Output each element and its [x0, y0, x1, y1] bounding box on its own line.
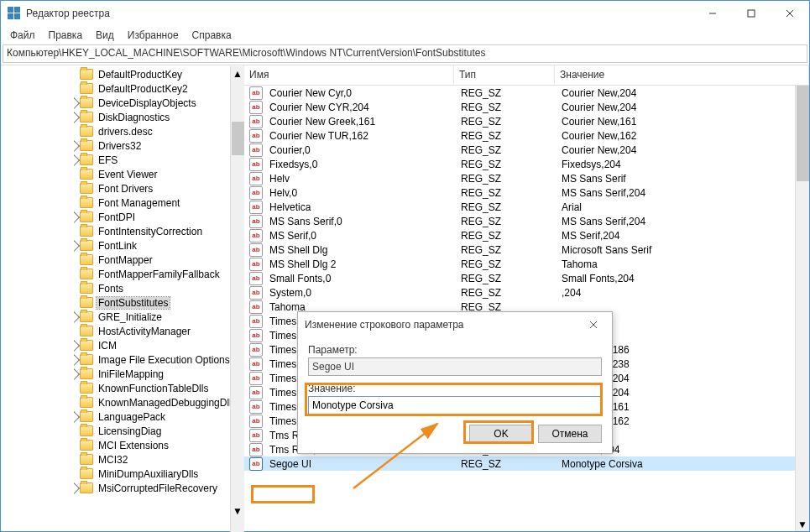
col-value[interactable]: Значение	[555, 65, 809, 85]
scroll-up-icon[interactable]: ▲	[231, 66, 244, 81]
folder-icon	[80, 183, 93, 194]
tree-item[interactable]: DeviceDisplayObjects	[1, 96, 243, 110]
menu-файл[interactable]: Файл	[4, 28, 41, 43]
menu-справка[interactable]: Справка	[186, 28, 238, 43]
edit-string-dialog: Изменение строкового параметра Параметр:…	[297, 311, 613, 454]
tree-item[interactable]: GRE_Initialize	[1, 310, 243, 324]
folder-icon	[80, 97, 93, 108]
list-row[interactable]: abMS Serif,0REG_SZMS Serif,204	[244, 228, 809, 243]
tree-item[interactable]: DiskDiagnostics	[1, 110, 243, 124]
cell-type: REG_SZ	[456, 102, 557, 113]
tree-item[interactable]: FontMapper	[1, 253, 243, 267]
folder-icon	[80, 383, 93, 394]
tree-label: KnownFunctionTableDlls	[97, 383, 210, 394]
string-value-icon: ab	[249, 300, 263, 314]
cell-value: Fixedsys,204	[557, 159, 809, 170]
maximize-button[interactable]	[732, 1, 771, 26]
list-row[interactable]: abCourier New Cyr,0REG_SZCourier New,204	[244, 86, 809, 100]
tree-item[interactable]: Image File Execution Options	[1, 352, 243, 367]
menu-избранное[interactable]: Избранное	[122, 28, 185, 43]
tree-item[interactable]: ICM	[1, 338, 243, 352]
ok-button[interactable]: OK	[469, 425, 533, 443]
tree-item[interactable]: MCI Extensions	[1, 438, 243, 452]
tree-label: HostActivityManager	[97, 326, 192, 337]
tree-scrollbar[interactable]: ▲ ▼	[230, 66, 244, 532]
tree-item[interactable]: Fonts	[1, 281, 243, 295]
menu-правка[interactable]: Правка	[43, 28, 89, 43]
string-value-icon: ab	[249, 315, 263, 328]
list-row[interactable]: abHelvREG_SZMS Sans Serif	[244, 171, 809, 185]
list-row[interactable]: abSegoe UIREG_SZMonotype Corsiva	[244, 456, 809, 471]
tree-item[interactable]: DefaultProductKey	[1, 67, 243, 81]
scroll-down-icon[interactable]: ▼	[231, 503, 244, 518]
tree-label: MiniDumpAuxiliaryDlls	[97, 468, 200, 480]
list-row[interactable]: abMS Shell Dlg 2REG_SZTahoma	[244, 257, 809, 271]
tree-item[interactable]: FontMapperFamilyFallback	[1, 267, 243, 281]
list-row[interactable]: abCourier New Greek,161REG_SZCourier New…	[244, 114, 809, 128]
minimize-button[interactable]	[693, 1, 732, 26]
tree-item[interactable]: drivers.desc	[1, 124, 243, 138]
tree-item[interactable]: FontSubstitutes	[1, 295, 243, 310]
tree-item[interactable]: HostActivityManager	[1, 324, 243, 338]
list-row[interactable]: abMS Shell DlgREG_SZMicrosoft Sans Serif	[244, 243, 809, 257]
tree-label: MCI32	[97, 454, 129, 466]
list-row[interactable]: abSmall Fonts,0REG_SZSmall Fonts,204	[244, 271, 809, 285]
tree-item[interactable]: Drivers32	[1, 138, 243, 153]
tree-label: DiskDiagnostics	[97, 112, 171, 123]
tree-item[interactable]: DefaultProductKey2	[1, 81, 243, 96]
scroll-down-icon[interactable]: ▼	[796, 517, 809, 531]
tree-item[interactable]: KnownManagedDebuggingDlls	[1, 395, 243, 409]
tree-item[interactable]: FontIntensityCorrection	[1, 224, 243, 238]
list-row[interactable]: abHelveticaREG_SZArial	[244, 200, 809, 214]
string-value-icon: ab	[249, 457, 263, 471]
cancel-button[interactable]: Отмена	[538, 425, 602, 443]
tree-label: Fonts	[97, 283, 125, 295]
tree-item[interactable]: EFS	[1, 153, 243, 167]
list-scrollbar[interactable]: ▲ ▼	[795, 65, 809, 531]
cell-name: Helv,0	[264, 187, 456, 199]
tree-item[interactable]: IniFileMapping	[1, 367, 243, 381]
tree-pane[interactable]: DefaultProductKeyDefaultProductKey2Devic…	[1, 65, 244, 531]
dialog-title-bar[interactable]: Изменение строкового параметра	[298, 312, 612, 337]
tree-item[interactable]: Font Drivers	[1, 181, 243, 196]
string-value-icon: ab	[249, 258, 263, 271]
list-row[interactable]: abHelv,0REG_SZMS Sans Serif,204	[244, 185, 809, 200]
close-button[interactable]	[771, 1, 809, 26]
dialog-close-button[interactable]	[582, 316, 605, 334]
tree-item[interactable]: KnownFunctionTableDlls	[1, 381, 243, 395]
list-row[interactable]: abCourier New TUR,162REG_SZCourier New,1…	[244, 128, 809, 143]
scroll-thumb[interactable]	[797, 81, 809, 181]
folder-icon	[80, 69, 93, 80]
address-bar[interactable]: Компьютер\HKEY_LOCAL_MACHINE\SOFTWARE\Mi…	[3, 44, 807, 63]
list-row[interactable]: abFixedsys,0REG_SZFixedsys,204	[244, 157, 809, 171]
dialog-body: Параметр: Segoe UI Значение: OK Отмена	[298, 337, 612, 453]
tree-item[interactable]: MCI32	[1, 452, 243, 467]
tree-item[interactable]: LanguagePack	[1, 409, 243, 424]
cell-value: MS Sans Serif,204	[557, 187, 809, 199]
list-row[interactable]: abSystem,0REG_SZ,204	[244, 285, 809, 300]
cell-type: REG_SZ	[456, 287, 557, 299]
scroll-thumb[interactable]	[232, 122, 244, 155]
tree-item[interactable]: MsiCorruptedFileRecovery	[1, 481, 243, 495]
cell-value: MS Sans Serif,204	[557, 216, 809, 227]
menu-вид[interactable]: Вид	[90, 28, 120, 43]
list-row[interactable]: abCourier,0REG_SZCourier New,204	[244, 143, 809, 157]
list-pane[interactable]: Имя Тип Значение abCourier New Cyr,0REG_…	[244, 65, 809, 531]
value-input[interactable]	[308, 396, 602, 415]
string-value-icon: ab	[249, 443, 263, 456]
cell-type: REG_SZ	[456, 201, 557, 213]
string-value-icon: ab	[249, 172, 263, 185]
list-row[interactable]: abMS Sans Serif,0REG_SZMS Sans Serif,204	[244, 214, 809, 228]
tree-label: LicensingDiag	[97, 425, 163, 437]
tree-item[interactable]: FontDPI	[1, 210, 243, 224]
tree-item[interactable]: LicensingDiag	[1, 424, 243, 438]
cell-value: Courier New,204	[557, 87, 809, 99]
tree-item[interactable]: Font Management	[1, 196, 243, 210]
tree-item[interactable]: FontLink	[1, 238, 243, 253]
col-name[interactable]: Имя	[244, 65, 454, 85]
app-icon	[8, 7, 21, 20]
tree-item[interactable]: Event Viewer	[1, 167, 243, 181]
col-type[interactable]: Тип	[454, 65, 555, 85]
tree-item[interactable]: MiniDumpAuxiliaryDlls	[1, 467, 243, 481]
list-row[interactable]: abCourier New CYR,204REG_SZCourier New,2…	[244, 100, 809, 114]
